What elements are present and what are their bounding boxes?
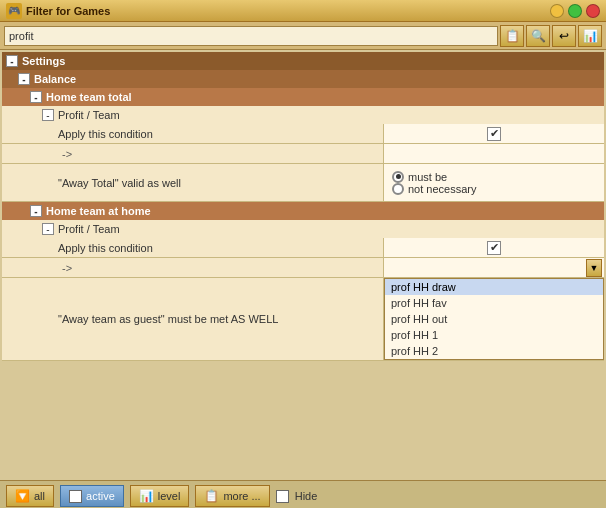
dropdown-item-out[interactable]: prof HH out: [385, 311, 603, 327]
level-label: level: [158, 490, 181, 502]
home-team-at-home-label: Home team at home: [46, 205, 151, 217]
away-total-label: "Away Total" valid as well: [2, 164, 384, 201]
arrow-2-row: -> ▼: [2, 258, 604, 278]
profit-team-2-row[interactable]: - Profit / Team: [2, 220, 604, 238]
window-controls: [550, 4, 600, 18]
profit-team-1-row[interactable]: - Profit / Team: [2, 106, 604, 124]
home-team-at-home-expand-icon[interactable]: -: [30, 205, 42, 217]
profit-team-2-expand-icon[interactable]: -: [42, 223, 54, 235]
home-team-at-home-row[interactable]: - Home team at home: [2, 202, 604, 220]
arrow-2-label: ->: [2, 258, 384, 277]
home-team-total-row[interactable]: - Home team total: [2, 88, 604, 106]
dropdown-item-2[interactable]: prof HH 2: [385, 343, 603, 359]
apply-condition-2-label: Apply this condition: [2, 238, 384, 257]
profit-team-1-label: Profit / Team: [58, 109, 120, 121]
profit-team-2-label: Profit / Team: [58, 223, 120, 235]
away-total-row: "Away Total" valid as well must be not n…: [2, 164, 604, 202]
more-label: more ...: [223, 490, 260, 502]
apply-condition-2-row: Apply this condition ✔: [2, 238, 604, 258]
title-bar: 🎮 Filter for Games: [0, 0, 606, 22]
not-necessary-label: not necessary: [408, 183, 476, 195]
apply-condition-1-checkbox[interactable]: ✔: [487, 127, 501, 141]
level-button[interactable]: 📊 level: [130, 485, 190, 507]
must-be-label: must be: [408, 171, 447, 183]
home-team-total-label: Home team total: [46, 91, 132, 103]
active-checkbox[interactable]: ✔: [69, 490, 82, 503]
back-button[interactable]: ↩: [552, 25, 576, 47]
not-necessary-radio[interactable]: not necessary: [392, 183, 596, 195]
dropdown-toggle-button[interactable]: ▼: [586, 259, 602, 277]
profit-team-1-expand-icon[interactable]: -: [42, 109, 54, 121]
copy-button[interactable]: 📋: [500, 25, 524, 47]
arrow-1-label: ->: [2, 144, 384, 163]
all-label: all: [34, 490, 45, 502]
away-total-radio-cell: must be not necessary: [384, 164, 604, 201]
must-be-radio-dot[interactable]: [392, 171, 404, 183]
not-necessary-radio-dot[interactable]: [392, 183, 404, 195]
dropdown-item-1[interactable]: prof HH 1: [385, 327, 603, 343]
active-label: active: [86, 490, 115, 502]
dropdown-list[interactable]: prof HH draw prof HH fav prof HH out pro…: [384, 278, 604, 360]
minimize-button[interactable]: [550, 4, 564, 18]
arrow-2-right[interactable]: ▼: [384, 258, 604, 277]
apply-condition-1-label: Apply this condition: [2, 124, 384, 143]
away-guest-label: "Away team as guest" must be met AS WELL: [2, 278, 384, 360]
close-button[interactable]: [586, 4, 600, 18]
filter-name-input[interactable]: profit: [4, 26, 498, 46]
apply-condition-2-checkbox[interactable]: ✔: [487, 241, 501, 255]
dropdown-item-draw[interactable]: prof HH draw: [385, 279, 603, 295]
window-title: Filter for Games: [26, 5, 550, 17]
must-be-radio[interactable]: must be: [392, 171, 596, 183]
away-guest-row: "Away team as guest" must be met AS WELL…: [2, 278, 604, 361]
all-button[interactable]: 🔽 all: [6, 485, 54, 507]
balance-label: Balance: [34, 73, 76, 85]
balance-expand-icon[interactable]: -: [18, 73, 30, 85]
maximize-button[interactable]: [568, 4, 582, 18]
active-button[interactable]: ✔ active: [60, 485, 124, 507]
settings-expand-icon[interactable]: -: [6, 55, 18, 67]
hide-checkbox[interactable]: [276, 490, 289, 503]
dropdown-list-cell[interactable]: prof HH draw prof HH fav prof HH out pro…: [384, 278, 604, 360]
apply-condition-2-checkbox-cell[interactable]: ✔: [384, 238, 604, 257]
balance-row[interactable]: - Balance: [2, 70, 604, 88]
hide-label: Hide: [295, 490, 318, 502]
arrow-1-row: ->: [2, 144, 604, 164]
apply-condition-1-row: Apply this condition ✔: [2, 124, 604, 144]
dropdown-item-fav[interactable]: prof HH fav: [385, 295, 603, 311]
apply-condition-1-checkbox-cell[interactable]: ✔: [384, 124, 604, 143]
app-icon: 🎮: [6, 3, 22, 19]
home-team-total-expand-icon[interactable]: -: [30, 91, 42, 103]
more-button[interactable]: 📋 more ...: [195, 485, 269, 507]
empty-area: [0, 420, 606, 480]
toolbar: profit 📋 🔍 ↩ 📊: [0, 22, 606, 50]
settings-label: Settings: [22, 55, 65, 67]
settings-row[interactable]: - Settings: [2, 52, 604, 70]
filter-bar: 🔽 all ✔ active 📊 level 📋 more ... Hide: [0, 480, 606, 508]
main-content: - Settings - Balance - Home team total -…: [0, 50, 606, 420]
chart-button[interactable]: 📊: [578, 25, 602, 47]
search-button[interactable]: 🔍: [526, 25, 550, 47]
arrow-1-right: [384, 144, 604, 163]
